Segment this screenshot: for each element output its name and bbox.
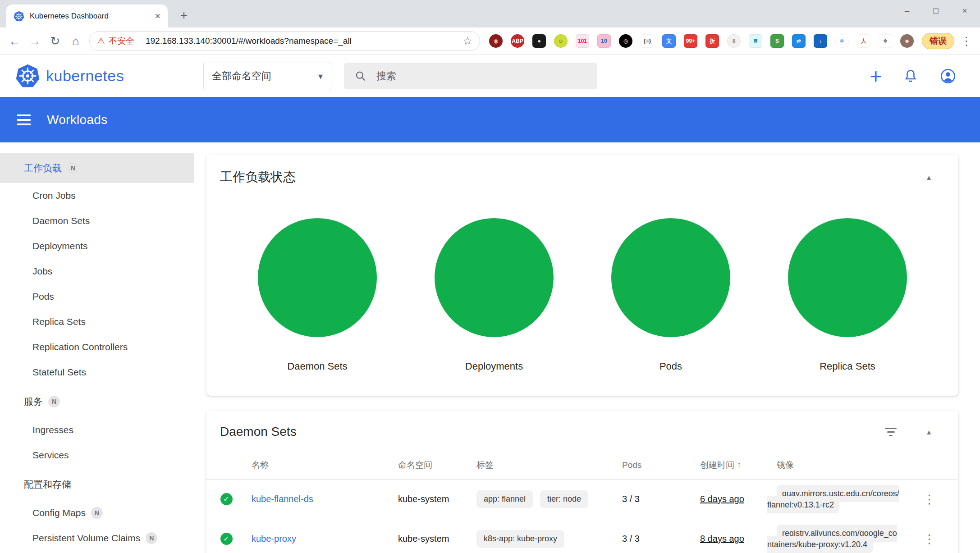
daemonset-link[interactable]: kube-flannel-ds	[252, 494, 313, 504]
extension-icon[interactable]: ABP	[511, 34, 524, 48]
extension-icon[interactable]: ●	[532, 34, 546, 48]
sidebar-item-config-storage-group[interactable]: 配置和存储	[0, 472, 194, 497]
column-header-created[interactable]: 创建时间 ↑	[689, 459, 767, 471]
daemonset-link[interactable]: kube-proxy	[252, 534, 296, 544]
window-close-button[interactable]: ×	[950, 0, 979, 22]
kubernetes-favicon-icon	[14, 11, 24, 22]
sidebar-item-label: 配置和存储	[24, 478, 71, 491]
donut-chart	[435, 218, 554, 337]
browser-menu-icon[interactable]: ⋮	[961, 34, 972, 48]
extension-toolbar: ◉ ABP ● ☺ 101 10 ◎ {≡} 文 99+ 折 8 ≣ S ⇄ ↓…	[489, 34, 914, 48]
minimize-button[interactable]: –	[893, 0, 921, 22]
browser-avatar[interactable]: ☻	[900, 34, 914, 48]
hamburger-menu-icon[interactable]	[17, 114, 31, 125]
tab-close-icon[interactable]: ×	[155, 10, 160, 22]
forward-icon[interactable]: →	[25, 31, 45, 51]
url-text[interactable]: 192.168.133.140:30001/#/workloads?namesp…	[146, 36, 458, 46]
extension-icon[interactable]: 8	[727, 34, 741, 48]
create-resource-button[interactable]: +	[870, 66, 882, 87]
extension-icon[interactable]: 101	[576, 34, 589, 48]
extension-icon[interactable]: ☺	[554, 34, 568, 48]
status-charts: Daemon Sets Deployments Pods Replica Set…	[206, 186, 958, 372]
extension-icon[interactable]: ≣	[749, 34, 762, 48]
extension-icon[interactable]: 10	[597, 34, 611, 48]
error-button[interactable]: 错误	[922, 33, 954, 49]
sidebar-item-jobs[interactable]: Jobs	[0, 259, 194, 284]
table-row: ✓ kube-proxy kube-system k8s-app: kube-p…	[206, 519, 958, 553]
extension-icon[interactable]: 折	[705, 34, 719, 48]
extension-icon[interactable]: ◉	[489, 34, 503, 48]
sidebar-item-label: 服务	[24, 395, 43, 408]
column-header-namespace[interactable]: 命名空间	[387, 459, 466, 471]
sidebar-item-replication-controllers[interactable]: Replication Controllers	[0, 334, 194, 360]
sidebar-item-services-group[interactable]: 服务 N	[0, 389, 194, 414]
back-icon[interactable]: ←	[5, 31, 25, 51]
sidebar-item-replica-sets[interactable]: Replica Sets	[0, 309, 194, 334]
collapse-card-icon[interactable]: ▲	[925, 428, 932, 436]
sidebar-item-workloads[interactable]: 工作负载 N	[0, 153, 194, 183]
search-input[interactable]: 搜索	[344, 63, 597, 89]
sidebar-item-label: Deployments	[32, 241, 88, 251]
sidebar-item-stateful-sets[interactable]: Stateful Sets	[0, 360, 194, 385]
sidebar-item-cron-jobs[interactable]: Cron Jobs	[0, 183, 194, 208]
pods-cell: 3 / 3	[611, 534, 689, 544]
not-secure-label[interactable]: 不安全	[109, 35, 134, 47]
content-area: 工作负载 N Cron Jobs Daemon Sets Deployments…	[0, 142, 980, 553]
account-circle-icon[interactable]	[939, 68, 957, 85]
extensions-puzzle-icon[interactable]: ❖	[879, 34, 892, 48]
column-header-label: 创建时间	[700, 459, 734, 471]
extension-icon[interactable]: {≡}	[641, 34, 654, 48]
extension-icon[interactable]: ⇄	[792, 34, 806, 48]
extension-icon[interactable]: 99+	[684, 34, 697, 48]
sidebar-item-deployments[interactable]: Deployments	[0, 233, 194, 259]
maximize-button[interactable]: □	[921, 0, 950, 22]
namespaced-badge: N	[91, 507, 103, 519]
extension-icon[interactable]: ◎	[619, 34, 632, 48]
collapse-card-icon[interactable]: ▲	[925, 174, 932, 181]
new-tab-button[interactable]: +	[175, 6, 193, 24]
extension-icon[interactable]: ↓	[814, 34, 827, 48]
column-header-pods[interactable]: Pods	[611, 460, 689, 470]
sidebar-item-label: Jobs	[32, 266, 52, 277]
extension-icon[interactable]: ❄	[835, 34, 849, 48]
sidebar-item-persistent-volume-claims[interactable]: Persistent Volume Claims N	[0, 526, 194, 551]
column-header-labels[interactable]: 标签	[466, 459, 611, 471]
namespace-selector-value: 全部命名空间	[212, 69, 271, 83]
extension-icon[interactable]: 文	[662, 34, 676, 48]
namespace-cell: kube-system	[387, 534, 466, 544]
browser-tab[interactable]: Kubernetes Dashboard ×	[6, 5, 168, 27]
sidebar-item-label: Replica Sets	[32, 316, 86, 327]
sidebar-item-ingresses[interactable]: Ingresses	[0, 417, 194, 443]
kubernetes-logo-icon	[15, 64, 40, 88]
sidebar-item-pods[interactable]: Pods	[0, 284, 194, 309]
namespace-selector[interactable]: 全部命名空间 ▾	[203, 63, 331, 89]
notifications-bell-icon[interactable]	[902, 68, 919, 84]
browser-tab-strip: Kubernetes Dashboard × + – □ ×	[0, 0, 980, 27]
app-bar: Workloads	[0, 97, 980, 142]
address-bar[interactable]: ⚠ 不安全 192.168.133.140:30001/#/workloads?…	[89, 31, 480, 51]
bookmark-star-icon[interactable]: ☆	[463, 35, 472, 47]
sidebar-item-daemon-sets[interactable]: Daemon Sets	[0, 208, 194, 233]
created-cell: 6 days ago	[700, 494, 744, 504]
extension-icon[interactable]: 人	[857, 34, 870, 48]
sidebar-item-label: Daemon Sets	[32, 215, 90, 226]
extension-icon[interactable]: S	[770, 34, 784, 48]
sidebar-item-config-maps[interactable]: Config Maps N	[0, 500, 194, 526]
column-header-images[interactable]: 镜像	[767, 459, 900, 471]
label-chip: k8s-app: kube-proxy	[476, 530, 564, 548]
row-menu-icon[interactable]: ⋮	[923, 492, 935, 507]
home-icon[interactable]: ⌂	[65, 31, 86, 51]
column-header-name[interactable]: 名称	[246, 459, 387, 471]
sidebar-item-services[interactable]: Services	[0, 443, 194, 468]
filter-icon[interactable]	[884, 428, 898, 436]
pods-chart: Pods	[603, 218, 738, 372]
row-menu-icon[interactable]: ⋮	[923, 532, 935, 546]
chart-label: Replica Sets	[820, 361, 875, 372]
page-title: Workloads	[47, 113, 107, 127]
image-cell: registry.aliyuncs.com/google_containers/…	[767, 525, 897, 553]
omnibox-divider	[140, 36, 140, 46]
refresh-icon[interactable]: ↻	[45, 31, 65, 51]
table-row: ✓ kube-flannel-ds kube-system app: flann…	[206, 480, 958, 519]
sidebar-item-label: Pods	[32, 291, 54, 302]
sidebar-item-label: Replication Controllers	[32, 342, 128, 352]
